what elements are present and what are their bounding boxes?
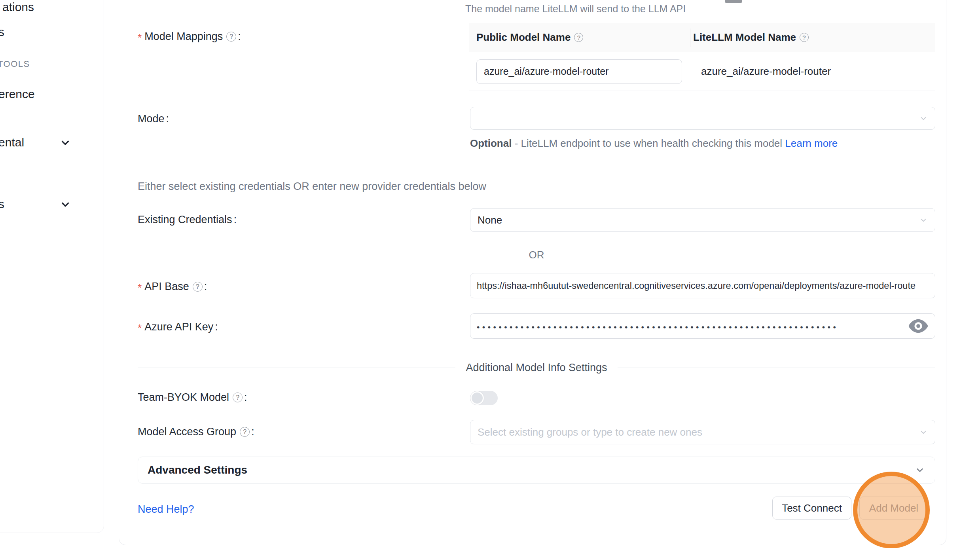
help-circle-icon[interactable]: ?	[226, 32, 236, 42]
column-divider	[690, 28, 690, 47]
sidebar-item-ations[interactable]: ations	[2, 0, 34, 14]
label-colon: :	[215, 321, 218, 333]
divider-line	[138, 368, 455, 368]
required-asterisk: *	[138, 279, 142, 294]
eye-icon[interactable]	[907, 317, 929, 335]
mode-help-text: Optional - LiteLLM endpoint to use when …	[470, 135, 880, 152]
existing-credentials-label: Existing Credentials :	[138, 214, 237, 226]
masked-password-value: ••••••••••••••••••••••••••••••••••••••••…	[477, 320, 888, 332]
model-mappings-label: * Model Mappings ? :	[138, 29, 241, 44]
column-header-litellm-model-name: LiteLLM Model Name ?	[686, 31, 809, 44]
label-text: Team-BYOK Model	[138, 391, 229, 404]
sidebar-item-s1[interactable]: s	[0, 25, 4, 39]
help-rest: - LiteLLM endpoint to use when health ch…	[512, 137, 785, 149]
label-colon: :	[238, 30, 241, 43]
model-access-group-label: Model Access Group ? :	[138, 426, 254, 438]
label-text: API Base	[144, 281, 189, 293]
sidebar-item-label: s	[0, 197, 4, 210]
litellm-model-name-value: azure_ai/azure-model-router	[701, 65, 831, 78]
model-mappings-table-header: Public Model Name ? LiteLLM Model Name ?	[469, 23, 935, 52]
label-text: Model Access Group	[138, 426, 236, 438]
toggle-knob	[470, 391, 484, 405]
help-circle-icon[interactable]: ?	[240, 427, 250, 437]
label-colon: :	[204, 281, 207, 293]
required-asterisk: *	[138, 320, 142, 334]
sidebar-section-label: TOOLS	[0, 59, 30, 69]
sidebar-item-erence[interactable]: erence	[0, 87, 35, 101]
help-circle-icon[interactable]: ?	[193, 282, 203, 292]
model-mappings-table-row: azure_ai/azure-model-router	[469, 52, 935, 91]
help-circle-icon[interactable]: ?	[574, 33, 583, 42]
learn-more-link[interactable]: Learn more	[785, 137, 838, 149]
column-header-public-model-name: Public Model Name ?	[469, 31, 686, 44]
sidebar-item-s2[interactable]: s	[0, 197, 4, 211]
sidebar-item-label: s	[0, 25, 4, 38]
public-model-name-input[interactable]	[476, 59, 682, 84]
mode-select[interactable]	[470, 107, 935, 130]
column-header-text: LiteLLM Model Name	[693, 31, 796, 44]
sidebar-item-label: erence	[0, 87, 35, 100]
sidebar-item-label: ations	[2, 0, 34, 13]
api-base-label: * API Base ? :	[138, 279, 207, 294]
model-access-group-placeholder: Select existing groups or type to create…	[478, 426, 702, 438]
sidebar-item-label: ental	[0, 136, 24, 149]
chevron-down-icon	[918, 427, 929, 437]
azure-api-key-input[interactable]: ••••••••••••••••••••••••••••••••••••••••…	[470, 313, 935, 339]
help-bold: Optional	[470, 137, 512, 149]
sidebar	[0, 0, 104, 533]
add-model-button[interactable]: Add Model	[859, 497, 928, 520]
or-divider: OR	[138, 249, 935, 261]
need-help-link[interactable]: Need Help?	[138, 503, 194, 516]
label-text: Existing Credentials	[138, 214, 232, 226]
label-text: Mode	[138, 113, 165, 125]
sidebar-section-tools: TOOLS	[0, 59, 30, 69]
litellm-model-name-hint: The model name LiteLLM will send to the …	[465, 3, 686, 15]
add-model-page: ations s TOOLS erence ental s The model …	[0, 0, 980, 548]
advanced-settings-title: Advanced Settings	[148, 464, 247, 476]
divider-line	[555, 255, 936, 255]
model-mappings-table: Public Model Name ? LiteLLM Model Name ?…	[469, 23, 935, 91]
help-circle-icon[interactable]: ?	[233, 393, 243, 402]
label-colon: :	[251, 426, 254, 438]
cutoff-element-fragment	[725, 0, 742, 3]
required-asterisk: *	[138, 29, 142, 44]
chevron-down-icon	[918, 113, 929, 123]
sidebar-item-ental[interactable]: ental	[0, 136, 24, 149]
column-header-text: Public Model Name	[476, 31, 571, 44]
chevron-down-icon[interactable]	[59, 199, 71, 210]
label-colon: :	[244, 391, 247, 404]
test-connect-button[interactable]: Test Connect	[772, 497, 851, 520]
label-colon: :	[166, 113, 169, 125]
model-access-group-select[interactable]: Select existing groups or type to create…	[470, 420, 935, 444]
api-base-input[interactable]: https://ishaa-mh6uutut-swedencentral.cog…	[470, 273, 935, 298]
additional-settings-divider: Additional Model Info Settings	[138, 362, 935, 374]
credentials-hint: Either select existing credentials OR en…	[138, 180, 486, 193]
help-circle-icon[interactable]: ?	[800, 33, 809, 42]
label-text: Azure API Key	[144, 321, 213, 333]
divider-text: OR	[519, 249, 555, 261]
chevron-down-icon	[914, 465, 925, 476]
chevron-down-icon	[918, 215, 929, 225]
chevron-down-icon[interactable]	[59, 137, 71, 149]
advanced-settings-panel[interactable]: Advanced Settings	[138, 457, 935, 484]
divider-text: Additional Model Info Settings	[455, 362, 617, 374]
team-byok-label: Team-BYOK Model ? :	[138, 391, 247, 404]
team-byok-toggle[interactable]	[470, 391, 498, 405]
api-base-value: https://ishaa-mh6uutut-swedencentral.cog…	[477, 281, 916, 291]
divider-line	[618, 368, 935, 368]
existing-credentials-value: None	[478, 214, 502, 226]
label-text: Model Mappings	[144, 30, 223, 43]
azure-api-key-label: * Azure API Key :	[138, 320, 218, 334]
label-colon: :	[234, 214, 237, 226]
divider-line	[138, 255, 519, 255]
mode-label: Mode :	[138, 113, 169, 125]
existing-credentials-select[interactable]: None	[470, 208, 935, 232]
